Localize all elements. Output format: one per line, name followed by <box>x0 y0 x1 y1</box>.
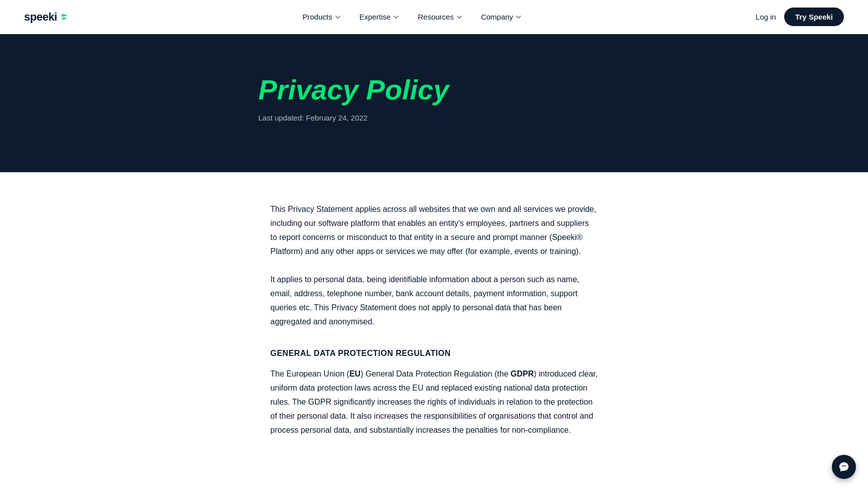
nav-expertise-chevron-icon <box>393 14 400 21</box>
nav-resources[interactable]: Resources <box>411 9 470 25</box>
last-updated-date: February 24, 2022 <box>306 113 368 122</box>
logo-text: speeki <box>24 11 57 24</box>
hero-section: Privacy Policy Last updated: February 24… <box>0 34 868 172</box>
nav-products-chevron-icon <box>334 14 341 21</box>
nav-expertise-label: Expertise <box>359 13 391 21</box>
nav-expertise[interactable]: Expertise <box>352 9 407 25</box>
speeki-logo-icon <box>59 12 69 22</box>
login-link[interactable]: Log in <box>756 13 776 21</box>
nav-resources-chevron-icon <box>456 14 463 21</box>
nav-company-chevron-icon <box>515 14 522 21</box>
last-updated-label: Last updated: <box>259 113 304 122</box>
nav-company-label: Company <box>481 13 513 21</box>
main-content: This Privacy Statement applies across al… <box>259 172 610 477</box>
nav-resources-label: Resources <box>418 13 454 21</box>
intro-paragraph-1: This Privacy Statement applies across al… <box>271 202 598 259</box>
nav-company[interactable]: Company <box>474 9 529 25</box>
intro-paragraph-2: It applies to personal data, being ident… <box>271 273 598 329</box>
gdpr-paragraph: The European Union (EU) General Data Pro… <box>271 367 598 437</box>
nav-products[interactable]: Products <box>295 9 348 25</box>
try-speeki-button[interactable]: Try Speeki <box>784 8 844 26</box>
site-header: speeki Products Expertise Resources <box>0 0 868 34</box>
logo-link[interactable]: speeki <box>24 11 69 24</box>
gdpr-heading: GENERAL DATA PROTECTION REGULATION <box>271 349 598 358</box>
nav-products-label: Products <box>302 13 332 21</box>
main-nav: Products Expertise Resources Company <box>295 9 529 25</box>
chat-support-button[interactable] <box>832 455 856 477</box>
page-title: Privacy Policy <box>259 74 610 105</box>
header-right: Log in Try Speeki <box>756 8 844 26</box>
last-updated-text: Last updated: February 24, 2022 <box>259 113 610 122</box>
